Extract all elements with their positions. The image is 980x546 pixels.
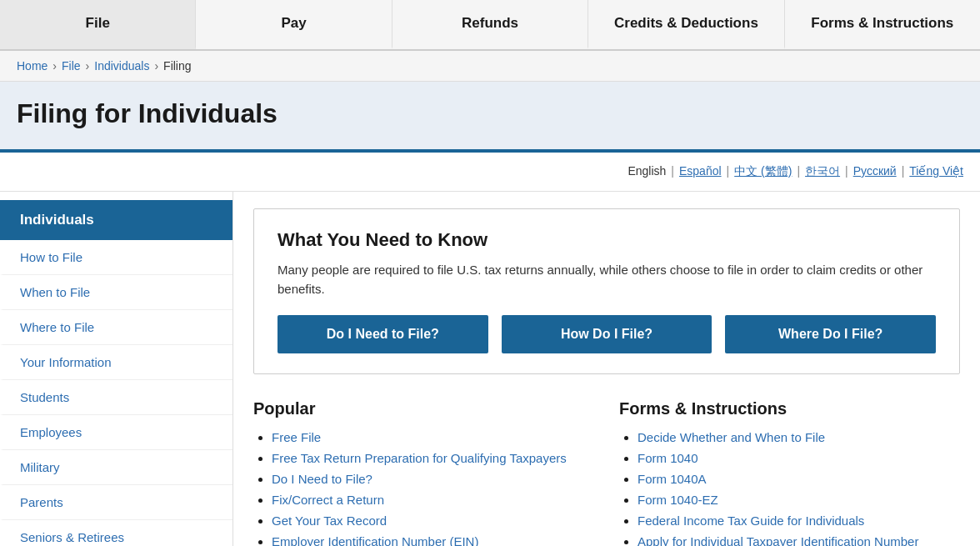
forms-link-decide-whether-and-when-to-fil[interactable]: Decide Whether and When to File bbox=[638, 430, 825, 444]
lang-link-русский[interactable]: Русский bbox=[853, 164, 897, 178]
sidebar-item-seniors-&-retirees[interactable]: Seniors & Retirees bbox=[0, 520, 232, 546]
forms-list: Decide Whether and When to FileForm 1040… bbox=[619, 430, 960, 546]
breadcrumb-current: Filing bbox=[163, 59, 191, 73]
nav-item-nav-refunds[interactable]: Refunds bbox=[392, 0, 588, 49]
popular-link-do-i-need-to-file?[interactable]: Do I Need to File? bbox=[272, 472, 372, 486]
lang-separator: | bbox=[902, 164, 905, 178]
popular-link-free-file[interactable]: Free File bbox=[272, 430, 321, 444]
main-content: What You Need to Know Many people are re… bbox=[233, 192, 980, 546]
forms-link-apply-for-individual-taxpayer-[interactable]: Apply for Individual Taxpayer Identifica… bbox=[638, 534, 918, 546]
main-layout: Individuals How to FileWhen to FileWhere… bbox=[0, 192, 980, 546]
list-item: Free Tax Return Preparation for Qualifyi… bbox=[272, 451, 594, 465]
list-item: Form 1040-EZ bbox=[638, 493, 960, 507]
lang-link-español[interactable]: Español bbox=[679, 164, 722, 178]
forms-link-form-1040a[interactable]: Form 1040A bbox=[638, 472, 707, 486]
list-item: Free File bbox=[272, 430, 594, 444]
lang-link-tiếng-việt[interactable]: Tiếng Việt bbox=[909, 164, 963, 178]
list-item: Form 1040A bbox=[638, 472, 960, 486]
breadcrumb-separator: › bbox=[52, 59, 57, 73]
info-box-description: Many people are required to file U.S. ta… bbox=[278, 261, 936, 298]
two-col-links: Popular Free FileFree Tax Return Prepara… bbox=[253, 399, 960, 546]
sidebar-item-when-to-file[interactable]: When to File bbox=[0, 275, 232, 310]
sidebar-item-parents[interactable]: Parents bbox=[0, 485, 232, 520]
lang-separator: | bbox=[797, 164, 800, 178]
info-btn-do-i-need-to-file-[interactable]: Do I Need to File? bbox=[278, 315, 488, 353]
popular-link-employer-identification-number[interactable]: Employer Identification Number (EIN) bbox=[272, 534, 478, 546]
forms-heading: Forms & Instructions bbox=[619, 399, 960, 418]
popular-section: Popular Free FileFree Tax Return Prepara… bbox=[253, 399, 594, 546]
info-btn-where-do-i-file-[interactable]: Where Do I File? bbox=[725, 315, 936, 353]
info-box-title: What You Need to Know bbox=[278, 229, 936, 251]
sidebar-header: Individuals bbox=[0, 200, 232, 240]
page-header: Filing for Individuals bbox=[0, 82, 980, 153]
sidebar-item-employees[interactable]: Employees bbox=[0, 415, 232, 450]
sidebar-item-how-to-file[interactable]: How to File bbox=[0, 240, 232, 275]
list-item: Fix/Correct a Return bbox=[272, 493, 594, 507]
forms-link-federal-income-tax-guide-for-i[interactable]: Federal Income Tax Guide for Individuals bbox=[638, 513, 864, 528]
popular-list: Free FileFree Tax Return Preparation for… bbox=[253, 430, 594, 546]
list-item: Decide Whether and When to File bbox=[638, 430, 960, 444]
sidebar-item-where-to-file[interactable]: Where to File bbox=[0, 310, 232, 345]
breadcrumb-separator: › bbox=[154, 59, 158, 73]
sidebar-item-your-information[interactable]: Your Information bbox=[0, 345, 232, 380]
info-box: What You Need to Know Many people are re… bbox=[253, 208, 960, 374]
lang-current: English bbox=[628, 164, 666, 178]
popular-link-fix-correct-a-return[interactable]: Fix/Correct a Return bbox=[272, 493, 384, 507]
list-item: Employer Identification Number (EIN) bbox=[272, 534, 594, 546]
breadcrumb-link-file[interactable]: File bbox=[62, 59, 81, 73]
popular-heading: Popular bbox=[253, 399, 594, 418]
lang-separator: | bbox=[671, 164, 674, 178]
list-item: Apply for Individual Taxpayer Identifica… bbox=[638, 534, 960, 546]
lang-link-中文-(繁體)[interactable]: 中文 (繁體) bbox=[734, 164, 792, 178]
popular-link-free-tax-return-preparation-fo[interactable]: Free Tax Return Preparation for Qualifyi… bbox=[272, 451, 567, 465]
nav-item-nav-pay[interactable]: Pay bbox=[196, 0, 392, 49]
forms-section: Forms & Instructions Decide Whether and … bbox=[619, 399, 960, 546]
list-item: Get Your Tax Record bbox=[272, 513, 594, 528]
sidebar: Individuals How to FileWhen to FileWhere… bbox=[0, 192, 233, 546]
language-bar: English|Español|中文 (繁體)|한국어|Русский|Tiến… bbox=[0, 153, 980, 192]
page-title: Filing for Individuals bbox=[17, 98, 963, 129]
lang-separator: | bbox=[727, 164, 730, 178]
popular-link-get-your-tax-record[interactable]: Get Your Tax Record bbox=[272, 513, 387, 528]
list-item: Form 1040 bbox=[638, 451, 960, 465]
info-btn-how-do-i-file-[interactable]: How Do I File? bbox=[502, 315, 712, 353]
breadcrumb: Home›File›Individuals›Filing bbox=[17, 59, 963, 73]
lang-link-한국어[interactable]: 한국어 bbox=[805, 164, 840, 178]
nav-item-nav-credits[interactable]: Credits & Deductions bbox=[588, 0, 784, 49]
forms-link-form-1040[interactable]: Form 1040 bbox=[638, 451, 698, 465]
forms-link-form-1040-ez[interactable]: Form 1040-EZ bbox=[638, 493, 718, 507]
breadcrumb-separator: › bbox=[86, 59, 90, 73]
breadcrumb-link-home[interactable]: Home bbox=[17, 59, 48, 73]
list-item: Do I Need to File? bbox=[272, 472, 594, 486]
breadcrumb-bar: Home›File›Individuals›Filing bbox=[0, 51, 980, 82]
nav-item-nav-file[interactable]: File bbox=[0, 0, 196, 49]
top-nav: FilePayRefundsCredits & DeductionsForms … bbox=[0, 0, 980, 51]
list-item: Federal Income Tax Guide for Individuals bbox=[638, 513, 960, 528]
sidebar-item-military[interactable]: Military bbox=[0, 450, 232, 485]
nav-item-nav-forms[interactable]: Forms & Instructions bbox=[785, 0, 980, 49]
info-buttons: Do I Need to File?How Do I File?Where Do… bbox=[278, 315, 936, 353]
sidebar-item-students[interactable]: Students bbox=[0, 380, 232, 415]
breadcrumb-link-individuals[interactable]: Individuals bbox=[94, 59, 149, 73]
lang-separator: | bbox=[845, 164, 848, 178]
